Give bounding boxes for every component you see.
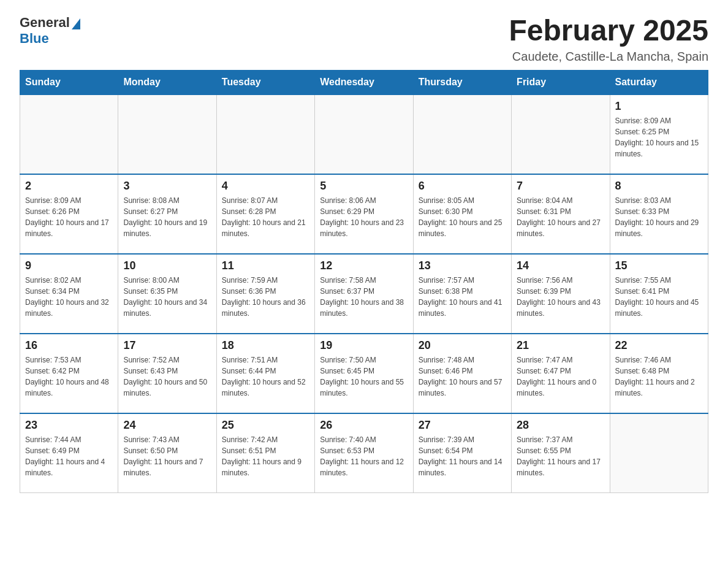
header-day-tuesday: Tuesday: [216, 70, 314, 94]
day-cell: 25Sunrise: 7:42 AM Sunset: 6:51 PM Dayli…: [216, 413, 314, 493]
day-info: Sunrise: 8:09 AM Sunset: 6:25 PM Dayligh…: [615, 115, 703, 159]
day-info: Sunrise: 8:08 AM Sunset: 6:27 PM Dayligh…: [123, 195, 211, 239]
day-number: 13: [419, 259, 506, 272]
logo-arrow-icon: [72, 18, 80, 29]
day-cell: 22Sunrise: 7:46 AM Sunset: 6:48 PM Dayli…: [610, 334, 708, 413]
day-cell: 12Sunrise: 7:58 AM Sunset: 6:37 PM Dayli…: [315, 254, 413, 334]
calendar-title: February 2025: [509, 15, 708, 47]
logo-general: General: [20, 15, 70, 31]
calendar-subtitle: Caudete, Castille-La Mancha, Spain: [509, 50, 708, 64]
day-number: 19: [320, 339, 408, 352]
day-info: Sunrise: 7:55 AM Sunset: 6:41 PM Dayligh…: [615, 275, 703, 319]
day-info: Sunrise: 8:06 AM Sunset: 6:29 PM Dayligh…: [320, 195, 408, 239]
day-cell: 6Sunrise: 8:05 AM Sunset: 6:30 PM Daylig…: [413, 174, 511, 254]
day-info: Sunrise: 7:58 AM Sunset: 6:37 PM Dayligh…: [320, 275, 408, 319]
day-cell: 9Sunrise: 8:02 AM Sunset: 6:34 PM Daylig…: [20, 254, 118, 334]
calendar-header: SundayMondayTuesdayWednesdayThursdayFrid…: [20, 70, 708, 94]
header-day-friday: Friday: [512, 70, 610, 94]
header-day-saturday: Saturday: [610, 70, 708, 94]
week-row-2: 2Sunrise: 8:09 AM Sunset: 6:26 PM Daylig…: [20, 174, 708, 254]
day-cell: 15Sunrise: 7:55 AM Sunset: 6:41 PM Dayli…: [610, 254, 708, 334]
day-cell: 4Sunrise: 8:07 AM Sunset: 6:28 PM Daylig…: [216, 174, 314, 254]
day-info: Sunrise: 8:02 AM Sunset: 6:34 PM Dayligh…: [25, 275, 113, 319]
day-info: Sunrise: 7:42 AM Sunset: 6:51 PM Dayligh…: [222, 434, 309, 478]
logo: General Blue: [20, 15, 80, 47]
day-number: 10: [123, 259, 211, 272]
day-info: Sunrise: 7:44 AM Sunset: 6:49 PM Dayligh…: [25, 434, 113, 478]
day-number: 20: [419, 339, 506, 352]
page-header: General Blue February 2025 Caudete, Cast…: [20, 15, 708, 64]
day-number: 23: [25, 419, 113, 432]
header-day-monday: Monday: [118, 70, 216, 94]
day-number: 21: [517, 339, 604, 352]
day-info: Sunrise: 7:59 AM Sunset: 6:36 PM Dayligh…: [222, 275, 309, 319]
day-info: Sunrise: 7:37 AM Sunset: 6:55 PM Dayligh…: [517, 434, 604, 478]
day-number: 3: [123, 180, 211, 193]
day-cell: [315, 94, 413, 174]
day-cell: 24Sunrise: 7:43 AM Sunset: 6:50 PM Dayli…: [118, 413, 216, 493]
day-info: Sunrise: 7:51 AM Sunset: 6:44 PM Dayligh…: [222, 354, 309, 399]
week-row-5: 23Sunrise: 7:44 AM Sunset: 6:49 PM Dayli…: [20, 413, 708, 493]
day-number: 7: [517, 180, 604, 193]
day-info: Sunrise: 7:43 AM Sunset: 6:50 PM Dayligh…: [123, 434, 211, 478]
day-number: 18: [222, 339, 309, 352]
day-info: Sunrise: 8:07 AM Sunset: 6:28 PM Dayligh…: [222, 195, 309, 239]
title-block: February 2025 Caudete, Castille-La Manch…: [509, 15, 708, 64]
day-number: 26: [320, 419, 408, 432]
day-number: 28: [517, 419, 604, 432]
calendar-body: 1Sunrise: 8:09 AM Sunset: 6:25 PM Daylig…: [20, 94, 708, 493]
week-row-1: 1Sunrise: 8:09 AM Sunset: 6:25 PM Daylig…: [20, 94, 708, 174]
day-cell: 28Sunrise: 7:37 AM Sunset: 6:55 PM Dayli…: [512, 413, 610, 493]
day-cell: 18Sunrise: 7:51 AM Sunset: 6:44 PM Dayli…: [216, 334, 314, 413]
day-number: 4: [222, 180, 309, 193]
day-cell: 16Sunrise: 7:53 AM Sunset: 6:42 PM Dayli…: [20, 334, 118, 413]
day-cell: 26Sunrise: 7:40 AM Sunset: 6:53 PM Dayli…: [315, 413, 413, 493]
day-cell: [610, 413, 708, 493]
day-cell: 17Sunrise: 7:52 AM Sunset: 6:43 PM Dayli…: [118, 334, 216, 413]
day-number: 16: [25, 339, 113, 352]
logo-blue: Blue: [20, 31, 49, 47]
day-info: Sunrise: 8:00 AM Sunset: 6:35 PM Dayligh…: [123, 275, 211, 319]
day-info: Sunrise: 7:52 AM Sunset: 6:43 PM Dayligh…: [123, 354, 211, 399]
day-info: Sunrise: 7:46 AM Sunset: 6:48 PM Dayligh…: [615, 354, 703, 399]
day-cell: 13Sunrise: 7:57 AM Sunset: 6:38 PM Dayli…: [413, 254, 511, 334]
day-cell: [118, 94, 216, 174]
day-info: Sunrise: 7:40 AM Sunset: 6:53 PM Dayligh…: [320, 434, 408, 478]
day-number: 11: [222, 259, 309, 272]
day-cell: [512, 94, 610, 174]
day-number: 5: [320, 180, 408, 193]
day-cell: 23Sunrise: 7:44 AM Sunset: 6:49 PM Dayli…: [20, 413, 118, 493]
day-info: Sunrise: 8:05 AM Sunset: 6:30 PM Dayligh…: [419, 195, 506, 239]
day-info: Sunrise: 7:57 AM Sunset: 6:38 PM Dayligh…: [419, 275, 506, 319]
day-cell: 8Sunrise: 8:03 AM Sunset: 6:33 PM Daylig…: [610, 174, 708, 254]
day-number: 15: [615, 259, 703, 272]
day-cell: 19Sunrise: 7:50 AM Sunset: 6:45 PM Dayli…: [315, 334, 413, 413]
header-day-thursday: Thursday: [413, 70, 511, 94]
day-info: Sunrise: 7:56 AM Sunset: 6:39 PM Dayligh…: [517, 275, 604, 319]
day-number: 6: [419, 180, 506, 193]
calendar-table: SundayMondayTuesdayWednesdayThursdayFrid…: [20, 70, 708, 494]
day-info: Sunrise: 8:09 AM Sunset: 6:26 PM Dayligh…: [25, 195, 113, 239]
day-info: Sunrise: 7:53 AM Sunset: 6:42 PM Dayligh…: [25, 354, 113, 399]
day-cell: 3Sunrise: 8:08 AM Sunset: 6:27 PM Daylig…: [118, 174, 216, 254]
day-number: 27: [419, 419, 506, 432]
day-cell: 21Sunrise: 7:47 AM Sunset: 6:47 PM Dayli…: [512, 334, 610, 413]
day-number: 17: [123, 339, 211, 352]
day-cell: 20Sunrise: 7:48 AM Sunset: 6:46 PM Dayli…: [413, 334, 511, 413]
day-number: 24: [123, 419, 211, 432]
day-info: Sunrise: 7:47 AM Sunset: 6:47 PM Dayligh…: [517, 354, 604, 399]
day-number: 14: [517, 259, 604, 272]
day-number: 25: [222, 419, 309, 432]
header-day-wednesday: Wednesday: [315, 70, 413, 94]
day-cell: 1Sunrise: 8:09 AM Sunset: 6:25 PM Daylig…: [610, 94, 708, 174]
day-info: Sunrise: 7:39 AM Sunset: 6:54 PM Dayligh…: [419, 434, 506, 478]
day-info: Sunrise: 7:50 AM Sunset: 6:45 PM Dayligh…: [320, 354, 408, 399]
day-info: Sunrise: 8:03 AM Sunset: 6:33 PM Dayligh…: [615, 195, 703, 239]
day-number: 1: [615, 100, 703, 113]
week-row-3: 9Sunrise: 8:02 AM Sunset: 6:34 PM Daylig…: [20, 254, 708, 334]
day-cell: 27Sunrise: 7:39 AM Sunset: 6:54 PM Dayli…: [413, 413, 511, 493]
week-row-4: 16Sunrise: 7:53 AM Sunset: 6:42 PM Dayli…: [20, 334, 708, 413]
day-number: 22: [615, 339, 703, 352]
day-info: Sunrise: 8:04 AM Sunset: 6:31 PM Dayligh…: [517, 195, 604, 239]
day-cell: 10Sunrise: 8:00 AM Sunset: 6:35 PM Dayli…: [118, 254, 216, 334]
